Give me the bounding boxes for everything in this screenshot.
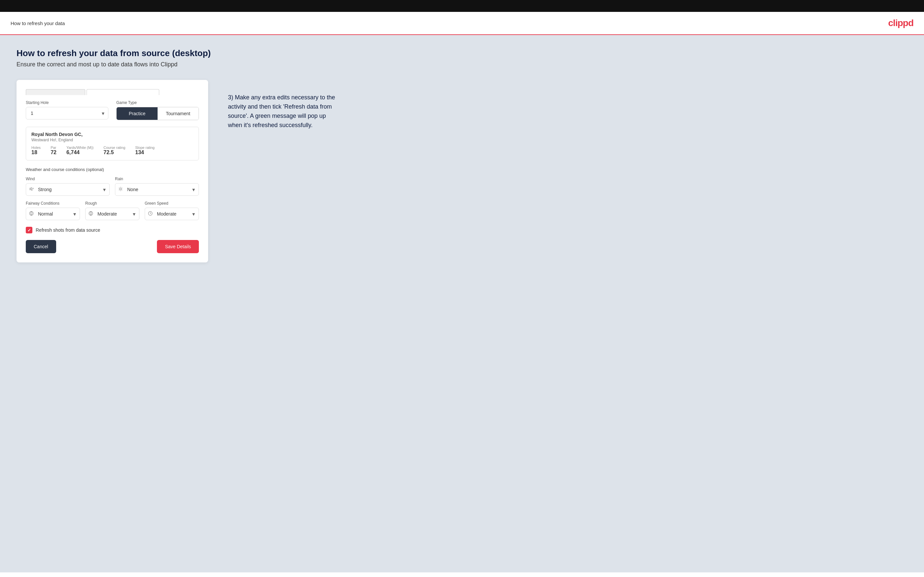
green-speed-select[interactable]: Moderate Slow Fast: [145, 208, 199, 220]
wind-select-wrapper[interactable]: Strong Light None: [26, 183, 110, 196]
green-speed-group: Green Speed Moderate Slow Fast: [145, 201, 199, 220]
par-value: 72: [50, 150, 57, 155]
stat-holes: Holes 18: [31, 145, 40, 155]
logo: clippd: [888, 18, 913, 28]
button-row: Cancel Save Details: [26, 240, 199, 253]
form-card: Starting Hole 1 10 Game Type Practice To…: [16, 80, 208, 263]
form-row-top: Starting Hole 1 10 Game Type Practice To…: [26, 100, 199, 120]
yards-label: Yards/White (M)): [66, 145, 94, 150]
slope-rating-value: 134: [135, 150, 155, 155]
yards-value: 6,744: [66, 150, 94, 155]
starting-hole-label: Starting Hole: [26, 100, 108, 105]
course-info: Royal North Devon GC, Westward Ho!, Engl…: [26, 127, 199, 160]
refresh-checkbox[interactable]: [26, 227, 32, 234]
stat-par: Par 72: [50, 145, 57, 155]
holes-value: 18: [31, 150, 40, 155]
course-stats: Holes 18 Par 72 Yards/White (M)) 6,744 C…: [31, 145, 193, 155]
wind-group: Wind Strong Light None: [26, 177, 110, 196]
tab-hint-1: [26, 89, 85, 95]
header-title: How to refresh your data: [11, 21, 65, 26]
rough-label: Rough: [85, 201, 139, 206]
starting-hole-select-wrapper[interactable]: 1 10: [26, 107, 108, 119]
cancel-button[interactable]: Cancel: [26, 240, 56, 253]
green-speed-select-wrapper[interactable]: Moderate Slow Fast: [145, 208, 199, 220]
wind-rain-row: Wind Strong Light None Rain: [26, 177, 199, 196]
fairway-label: Fairway Conditions: [26, 201, 80, 206]
fairway-select[interactable]: Normal Soft Firm: [26, 208, 80, 220]
rain-label: Rain: [115, 177, 199, 181]
starting-hole-select[interactable]: 1 10: [26, 107, 108, 119]
course-location: Westward Ho!, England: [31, 138, 193, 142]
stat-course-rating: Course rating 72.5: [103, 145, 125, 155]
holes-label: Holes: [31, 145, 40, 150]
fairway-select-wrapper[interactable]: Normal Soft Firm: [26, 208, 80, 220]
top-bar: [0, 0, 924, 12]
footer: Copyright Clippd 2022: [0, 572, 924, 577]
main-content: How to refresh your data from source (de…: [0, 35, 924, 572]
save-button[interactable]: Save Details: [157, 240, 199, 253]
practice-button[interactable]: Practice: [116, 107, 158, 120]
rain-select-wrapper[interactable]: None Light Heavy: [115, 183, 199, 196]
rain-group: Rain None Light Heavy: [115, 177, 199, 196]
wind-label: Wind: [26, 177, 110, 181]
par-label: Par: [50, 145, 57, 150]
page-subheading: Ensure the correct and most up to date d…: [16, 61, 908, 68]
slope-rating-label: Slope rating: [135, 145, 155, 150]
fairway-group: Fairway Conditions Normal Soft Firm: [26, 201, 80, 220]
page-heading: How to refresh your data from source (de…: [16, 48, 908, 58]
starting-hole-group: Starting Hole 1 10: [26, 100, 108, 120]
green-speed-label: Green Speed: [145, 201, 199, 206]
rough-select-wrapper[interactable]: Moderate Light Heavy: [85, 208, 139, 220]
stat-slope-rating: Slope rating 134: [135, 145, 155, 155]
refresh-checkbox-row[interactable]: Refresh shots from data source: [26, 227, 199, 234]
side-note: 3) Make any extra edits necessary to the…: [228, 80, 340, 130]
rough-select[interactable]: Moderate Light Heavy: [85, 208, 139, 220]
course-rating-value: 72.5: [103, 150, 125, 155]
rough-group: Rough Moderate Light Heavy: [85, 201, 139, 220]
rain-select[interactable]: None Light Heavy: [115, 183, 199, 196]
tournament-button[interactable]: Tournament: [158, 107, 199, 120]
course-name: Royal North Devon GC,: [31, 132, 193, 137]
game-type-buttons: Practice Tournament: [116, 107, 199, 120]
tab-hint-2: [87, 89, 159, 95]
content-area: Starting Hole 1 10 Game Type Practice To…: [16, 80, 908, 263]
course-rating-label: Course rating: [103, 145, 125, 150]
header: How to refresh your data clippd: [0, 12, 924, 35]
stat-yards: Yards/White (M)) 6,744: [66, 145, 94, 155]
refresh-checkbox-label: Refresh shots from data source: [36, 227, 100, 233]
game-type-group: Game Type Practice Tournament: [116, 100, 199, 120]
weather-section-title: Weather and course conditions (optional): [26, 167, 199, 172]
fairway-rough-green-row: Fairway Conditions Normal Soft Firm Roug…: [26, 201, 199, 220]
wind-select[interactable]: Strong Light None: [26, 183, 110, 196]
game-type-label: Game Type: [116, 100, 199, 105]
